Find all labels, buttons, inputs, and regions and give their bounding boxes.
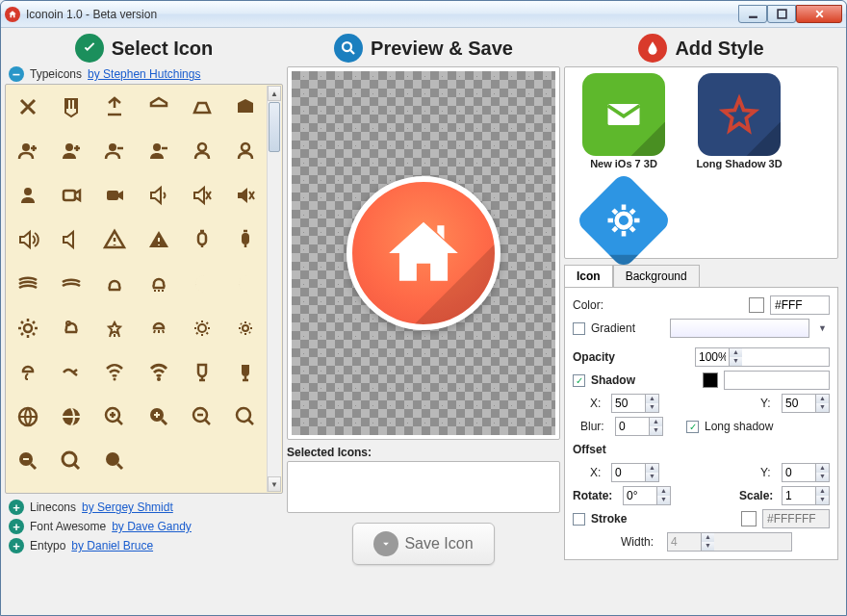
icon-option[interactable] bbox=[227, 177, 264, 214]
dropdown-icon: ▼ bbox=[815, 323, 830, 333]
expand-icon[interactable]: + bbox=[9, 538, 24, 553]
icon-option[interactable] bbox=[96, 89, 133, 125]
icon-option[interactable] bbox=[10, 354, 46, 391]
iconset-author-link[interactable]: by Sergey Shmidt bbox=[82, 500, 173, 514]
icon-option[interactable] bbox=[184, 133, 220, 169]
expand-icon[interactable]: + bbox=[9, 519, 24, 534]
icon-option[interactable] bbox=[141, 310, 177, 346]
icon-option[interactable] bbox=[184, 354, 220, 391]
icon-option[interactable] bbox=[227, 133, 264, 169]
opacity-spinner[interactable]: ▲▼ bbox=[695, 347, 830, 367]
preset-longshadow[interactable]: Long Shadow 3D bbox=[686, 73, 792, 169]
expand-icon[interactable]: + bbox=[9, 500, 24, 515]
icon-option[interactable] bbox=[184, 177, 220, 214]
shadow-swatch[interactable] bbox=[703, 372, 718, 388]
icon-option[interactable] bbox=[141, 133, 177, 169]
longshadow-checkbox[interactable]: ✓ bbox=[686, 421, 699, 433]
tab-background[interactable]: Background bbox=[613, 265, 700, 288]
icon-option[interactable] bbox=[227, 398, 264, 435]
close-button[interactable] bbox=[796, 5, 842, 23]
icon-option[interactable] bbox=[96, 177, 133, 214]
icon-option[interactable] bbox=[10, 398, 46, 435]
icon-option[interactable] bbox=[53, 177, 90, 214]
shadow-x-spinner[interactable]: ▲▼ bbox=[611, 394, 659, 413]
icon-option[interactable] bbox=[10, 89, 46, 125]
collapse-icon[interactable]: – bbox=[9, 66, 24, 82]
svg-point-6 bbox=[198, 143, 206, 151]
gradient-checkbox[interactable] bbox=[573, 322, 585, 335]
icon-option[interactable] bbox=[96, 310, 133, 346]
scale-spinner[interactable]: ▲▼ bbox=[782, 486, 830, 505]
titlebar[interactable]: Iconoin 1.0 - Beta version bbox=[1, 1, 846, 28]
icon-option[interactable] bbox=[53, 354, 90, 391]
color-swatch[interactable] bbox=[749, 297, 764, 313]
icon-option[interactable] bbox=[53, 221, 90, 258]
iconset-author-link[interactable]: by Dave Gandy bbox=[112, 520, 192, 533]
tab-icon[interactable]: Icon bbox=[564, 265, 613, 288]
icon-option[interactable] bbox=[141, 221, 177, 258]
icon-option[interactable] bbox=[96, 398, 133, 435]
stroke-color-input[interactable] bbox=[762, 509, 830, 528]
icon-option[interactable] bbox=[184, 310, 220, 346]
icon-option[interactable] bbox=[184, 89, 220, 125]
icon-option[interactable] bbox=[53, 310, 90, 346]
maximize-button[interactable] bbox=[767, 5, 796, 23]
icon-option[interactable] bbox=[53, 398, 90, 435]
icon-option[interactable] bbox=[184, 398, 220, 435]
shadow-y-spinner[interactable]: ▲▼ bbox=[782, 394, 830, 413]
scroll-thumb[interactable] bbox=[269, 102, 280, 152]
icon-option[interactable] bbox=[53, 133, 90, 169]
icon-option[interactable] bbox=[10, 443, 46, 479]
svg-point-18 bbox=[157, 377, 161, 381]
minimize-button[interactable] bbox=[738, 5, 767, 23]
icon-option[interactable] bbox=[10, 177, 46, 214]
scroll-up-icon[interactable]: ▲ bbox=[268, 86, 281, 101]
icon-option[interactable] bbox=[96, 133, 133, 169]
icon-option[interactable] bbox=[141, 398, 177, 435]
svg-rect-10 bbox=[107, 191, 118, 200]
offset-y-spinner[interactable]: ▲▼ bbox=[782, 463, 830, 482]
color-input[interactable] bbox=[770, 295, 830, 315]
scroll-down-icon[interactable]: ▼ bbox=[268, 476, 281, 492]
rotate-spinner[interactable]: ▲▼ bbox=[623, 486, 671, 505]
icon-option[interactable] bbox=[227, 266, 264, 302]
icon-option[interactable] bbox=[184, 221, 220, 258]
icon-option[interactable] bbox=[53, 443, 90, 479]
stroke-checkbox[interactable] bbox=[573, 513, 585, 526]
save-icon-button[interactable]: Save Icon bbox=[352, 523, 495, 565]
icon-option[interactable] bbox=[96, 443, 133, 479]
icon-option[interactable] bbox=[10, 310, 46, 346]
icon-option[interactable] bbox=[10, 266, 46, 302]
icon-option[interactable] bbox=[227, 221, 264, 258]
preset-ios7[interactable]: New iOs 7 3D bbox=[571, 73, 677, 169]
icon-option[interactable] bbox=[141, 266, 177, 302]
icon-option[interactable] bbox=[227, 89, 264, 125]
icon-option[interactable] bbox=[227, 310, 264, 346]
icon-option[interactable] bbox=[10, 133, 46, 169]
icon-option[interactable] bbox=[96, 354, 133, 391]
scrollbar[interactable]: ▲ ▼ bbox=[267, 86, 281, 492]
icon-option[interactable] bbox=[10, 221, 46, 258]
shadow-label: Shadow bbox=[591, 373, 649, 387]
shadow-checkbox[interactable]: ✓ bbox=[573, 374, 585, 387]
icon-option[interactable] bbox=[141, 177, 177, 214]
iconset-author-link[interactable]: by Stephen Hutchings bbox=[88, 67, 200, 81]
icon-option[interactable] bbox=[53, 89, 90, 125]
icon-option[interactable] bbox=[53, 266, 90, 302]
preset-diamond[interactable] bbox=[571, 179, 677, 262]
icon-option[interactable] bbox=[96, 221, 133, 258]
icon-option[interactable] bbox=[141, 354, 177, 391]
stroke-width-spinner[interactable]: ▲▼ bbox=[667, 532, 792, 552]
stroke-swatch[interactable] bbox=[741, 511, 757, 526]
shadow-color-input[interactable] bbox=[724, 371, 830, 390]
iconset-author-link[interactable]: by Daniel Bruce bbox=[71, 539, 153, 552]
icon-option[interactable] bbox=[141, 89, 177, 125]
icon-option[interactable] bbox=[96, 266, 133, 302]
icon-option[interactable] bbox=[227, 354, 264, 391]
gradient-select[interactable] bbox=[670, 319, 809, 338]
blur-spinner[interactable]: ▲▼ bbox=[615, 417, 663, 436]
selected-icons-box[interactable] bbox=[287, 461, 560, 513]
preview-icon bbox=[346, 176, 500, 330]
offset-x-spinner[interactable]: ▲▼ bbox=[611, 463, 659, 482]
icon-option[interactable] bbox=[184, 266, 220, 302]
